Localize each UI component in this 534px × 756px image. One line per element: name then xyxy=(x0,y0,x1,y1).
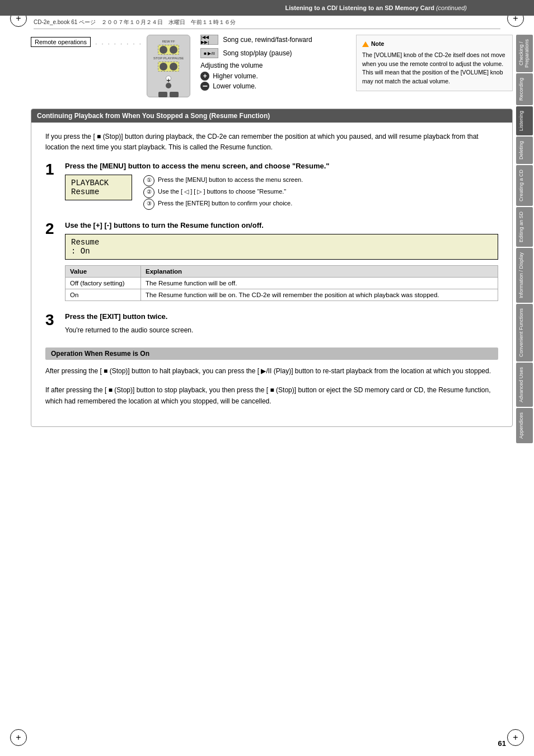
intro-text: If you press the [ ■ (Stop)] button duri… xyxy=(45,132,498,153)
step-3: 3 Press the [EXIT] button twice. You're … xyxy=(45,312,498,336)
sidebar-tab-appendices[interactable]: Appendices xyxy=(516,408,533,443)
step-2: 2 Use the [+] [-] buttons to turn the Re… xyxy=(45,221,498,301)
sidebar-tabs: Checking /Preparations Recording Listeni… xyxy=(516,29,534,756)
table-col2: Explanation xyxy=(140,266,498,278)
play-btn xyxy=(170,63,177,71)
instructions-box: Continuing Playback from When You Stoppe… xyxy=(31,109,513,427)
step-1-substeps: Press the [MENU] button to access the me… xyxy=(143,175,303,210)
main-content: Remote operations · · · · · · · · REW FF… xyxy=(31,29,513,739)
lower-volume-row: − Lower volume. xyxy=(200,82,345,91)
sidebar-tab-advanced[interactable]: Advanced Uses xyxy=(516,363,533,407)
warning-icon xyxy=(362,41,369,47)
lcd-line2: Resume xyxy=(71,187,126,196)
song-stop-item: ■ ▶/II Song stop/play (pause) xyxy=(200,48,345,58)
vol-down-icon: − xyxy=(200,82,209,91)
step-1-body: PLAYBACK Resume Press the [MENU] button … xyxy=(65,175,498,210)
ff-btn xyxy=(170,46,177,54)
remote-dots: · · · · · · · · xyxy=(95,39,142,48)
step-1: 1 Press the [MENU] button to access the … xyxy=(45,162,498,210)
resume-lcd-line1: Resume xyxy=(71,238,492,247)
page-number: 61 xyxy=(498,739,506,748)
higher-volume-row: + Higher volume. xyxy=(200,72,345,81)
extra-btn2 xyxy=(170,92,179,97)
table-col1: Value xyxy=(65,266,141,278)
remote-operations-label: Remote operations xyxy=(31,37,91,47)
table-row: On The Resume function will be on. The C… xyxy=(65,289,498,301)
sidebar-tab-editing-sd[interactable]: Editing an SD xyxy=(516,207,533,247)
file-info: CD-2e_e.book 61 ページ ２００７年１０月２４日 水曜日 午前１１… xyxy=(34,16,500,29)
operation-subsection: Operation When Resume is On After pressi… xyxy=(45,348,498,407)
step-3-detail: You're returned to the audio source scre… xyxy=(65,325,498,336)
page-header: Listening to a CD/ Listening to an SD Me… xyxy=(0,0,534,16)
note-box: Note The [VOLUME] knob of the CD-2e itse… xyxy=(356,35,513,91)
value-table: Value Explanation Off (factory setting) … xyxy=(65,265,498,301)
sidebar-tab-creating-cd[interactable]: Creating a CD xyxy=(516,165,533,206)
song-cue-item: |◀◀ ▶▶| Song cue, rewind/fast-forward xyxy=(200,35,345,45)
sidebar-tab-information[interactable]: Information / Display xyxy=(516,248,533,303)
sub-step-1-2: Use the [ ◁ ] [ ▷ ] buttons to choose "R… xyxy=(143,186,303,198)
rew-btn xyxy=(160,46,167,54)
operation-title: Operation When Resume is On xyxy=(45,348,498,360)
lower-volume-text: Lower volume. xyxy=(213,82,256,90)
song-cue-icon: |◀◀ ▶▶| xyxy=(200,35,218,45)
table-explanation-2: The Resume function will be on. The CD-2… xyxy=(140,289,498,301)
remote-instructions: |◀◀ ▶▶| Song cue, rewind/fast-forward ■ … xyxy=(200,35,345,92)
volume-label: Adjusting the volume xyxy=(200,62,345,69)
table-row: Off (factory setting) The Resume functio… xyxy=(65,278,498,289)
extra-btn1 xyxy=(158,92,167,97)
sidebar-tab-checking[interactable]: Checking /Preparations xyxy=(516,35,533,72)
step-3-content: Press the [EXIT] button twice. You're re… xyxy=(65,312,498,336)
remote-operations-section: Remote operations · · · · · · · · REW FF… xyxy=(31,29,513,97)
step-2-title: Use the [+] [-] buttons to turn the Resu… xyxy=(65,221,498,229)
step-2-content: Use the [+] [-] buttons to turn the Resu… xyxy=(65,221,498,301)
note-title: Note xyxy=(362,40,507,49)
section-title: Continuing Playback from When You Stoppe… xyxy=(31,109,512,123)
header-title: Listening to a CD/ Listening to an SD Me… xyxy=(285,4,467,11)
sidebar-tab-listening[interactable]: Listening xyxy=(516,106,533,135)
note-text: The [VOLUME] knob of the CD-2e itself do… xyxy=(362,51,505,84)
vol-up-btn: + xyxy=(166,76,171,81)
vol-up-icon: + xyxy=(200,72,209,81)
sidebar-tab-convenient[interactable]: Convenient Functions xyxy=(516,304,533,361)
sidebar-tab-recording[interactable]: Recording xyxy=(516,73,533,105)
lcd-line1: PLAYBACK xyxy=(71,179,126,187)
sub-step-1-1: Press the [MENU] button to access the me… xyxy=(143,175,303,186)
volume-section: Adjusting the volume + Higher volume. − … xyxy=(200,62,345,91)
sidebar-tab-deleting[interactable]: Deleting xyxy=(516,137,533,164)
higher-volume-text: Higher volume. xyxy=(213,72,258,80)
vol-down-btn xyxy=(166,83,171,88)
step-3-title: Press the [EXIT] button twice. xyxy=(65,312,498,321)
table-explanation-1: The Resume function will be off. xyxy=(140,278,498,289)
operation-para2: If after pressing the [ ■ (Stop)] button… xyxy=(45,384,498,407)
step-1-lcd: PLAYBACK Resume xyxy=(65,175,132,200)
song-stop-text: Song stop/play (pause) xyxy=(223,49,292,57)
corner-mark-bl xyxy=(10,729,27,746)
step-2-lcd: Resume : On xyxy=(65,234,498,260)
step-2-number: 2 xyxy=(45,221,65,237)
step-1-title: Press the [MENU] button to access the me… xyxy=(65,162,498,170)
step-1-number: 1 xyxy=(45,162,65,177)
resume-lcd-line2: : On xyxy=(71,247,492,256)
table-value-2: On xyxy=(65,289,141,301)
sub-step-1-3: Press the [ENTER] button to confirm your… xyxy=(143,198,303,210)
stop-btn xyxy=(160,63,167,71)
table-value-1: Off (factory setting) xyxy=(65,278,141,289)
song-cue-text: Song cue, rewind/fast-forward xyxy=(223,36,312,44)
remote-control-image: REW FF STOP PLAY/PAUSE + xyxy=(147,35,190,97)
step-1-content: Press the [MENU] button to access the me… xyxy=(65,162,498,210)
step-3-number: 3 xyxy=(45,312,65,328)
song-stop-icon: ■ ▶/II xyxy=(200,48,218,58)
operation-para1: After pressing the [ ■ (Stop)] button to… xyxy=(45,365,498,377)
